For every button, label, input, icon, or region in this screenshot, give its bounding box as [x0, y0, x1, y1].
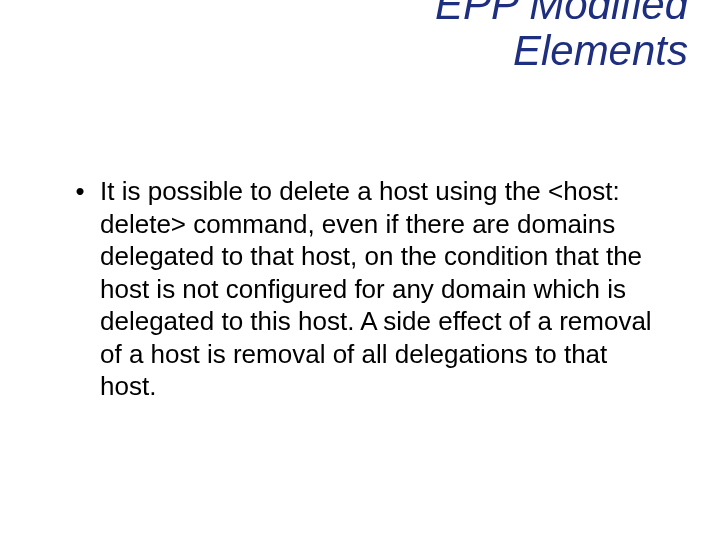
- bullet-text: It is possible to delete a host using th…: [100, 175, 660, 403]
- slide-content: • It is possible to delete a host using …: [60, 175, 660, 403]
- slide-title: EPP Modified Elements: [435, 0, 688, 74]
- bullet-item: • It is possible to delete a host using …: [60, 175, 660, 403]
- bullet-marker: •: [60, 175, 100, 208]
- title-line-1: EPP Modified: [435, 0, 688, 28]
- title-line-2: Elements: [513, 27, 688, 74]
